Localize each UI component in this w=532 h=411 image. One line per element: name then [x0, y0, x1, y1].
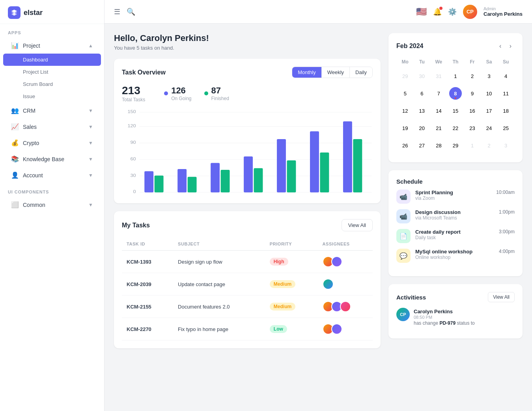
flag-icon[interactable]: 🇺🇸	[416, 7, 427, 17]
calendar-day[interactable]: 20	[414, 120, 430, 136]
calendar-day-number: 3	[483, 70, 495, 82]
calendar-day[interactable]: 15	[448, 102, 464, 119]
table-row[interactable]: KCM-2155Document features 2.0Medium	[122, 296, 373, 318]
logo-area: elstar	[0, 0, 104, 24]
design-discussion-time: 1:00pm	[499, 209, 515, 215]
user-role: Admin	[483, 6, 523, 11]
calendar-day[interactable]: 9	[464, 85, 480, 102]
calendar-day[interactable]: 6	[414, 85, 430, 102]
sidebar-item-knowledge-base[interactable]: 📚 Knowledge Base ▼	[3, 151, 101, 167]
sidebar-sub-item-issue[interactable]: Issue	[3, 90, 101, 102]
finished-dot	[204, 91, 208, 95]
calendar-day[interactable]: 14	[431, 102, 447, 119]
calendar-prev-button[interactable]: ‹	[496, 41, 504, 51]
calendar-day[interactable]: 30	[414, 68, 430, 84]
sidebar-item-crm[interactable]: 👥 CRM ▼	[3, 103, 101, 118]
cal-day-th: Th	[448, 57, 464, 67]
calendar-day-number: 24	[483, 122, 495, 134]
daily-report-icon: 📄	[396, 229, 411, 243]
view-all-tasks-button[interactable]: View All	[342, 219, 373, 231]
calendar-day-number: 17	[483, 104, 495, 117]
calendar-day[interactable]: 8	[448, 85, 464, 102]
calendar-day[interactable]: 10	[481, 85, 497, 102]
project-list-label: Project List	[23, 69, 48, 75]
scrum-board-label: Scrum Board	[23, 81, 53, 87]
calendar-day[interactable]: 27	[414, 137, 430, 154]
calendar-week-row: 26272829123	[397, 137, 514, 154]
calendar-day-number: 14	[432, 104, 445, 117]
calendar-day[interactable]: 19	[397, 120, 413, 136]
calendar-day[interactable]: 12	[397, 102, 413, 119]
sidebar-item-common[interactable]: ⬜ Common ▼	[3, 197, 101, 212]
calendar-day[interactable]: 23	[464, 120, 480, 136]
svg-text:90: 90	[130, 140, 136, 145]
calendar-day-number: 27	[416, 139, 428, 152]
tasks-table-header-row: TASK ID SUBJECT PRIORITY ASSIGNEES	[122, 238, 373, 251]
calendar-day[interactable]: 16	[464, 102, 480, 119]
crypto-chevron-icon: ▼	[88, 140, 93, 146]
calendar-day[interactable]: 24	[481, 120, 497, 136]
calendar-day[interactable]: 28	[431, 137, 447, 154]
sprint-planning-info: Sprint Planning via Zoom	[415, 190, 491, 201]
sidebar-sub-item-scrum-board[interactable]: Scrum Board	[3, 78, 101, 90]
calendar-day[interactable]: 22	[448, 120, 464, 136]
svg-rect-24	[343, 121, 352, 192]
activities-card: Activitiess View All CP Carolyn Perkins …	[388, 284, 523, 338]
table-row[interactable]: KCM-2039Update contact pageMedium	[122, 273, 373, 296]
calendar-day[interactable]: 2	[464, 68, 480, 84]
calendar-day[interactable]: 21	[431, 120, 447, 136]
ongoing-label: On Going	[171, 96, 191, 101]
calendar-day[interactable]: 3	[481, 68, 497, 84]
design-discussion-name: Design discussion	[415, 209, 494, 215]
table-row[interactable]: KCM-1393Design sign up flowHigh	[122, 251, 373, 273]
sidebar-item-crypto[interactable]: 💰 Crypto ▼	[3, 135, 101, 151]
finished-label: Finished	[211, 96, 229, 101]
calendar-day-number: 20	[416, 122, 428, 134]
calendar-body: 2930311234567891011121314151617181920212…	[397, 68, 514, 154]
calendar-day[interactable]: 13	[414, 102, 430, 119]
sidebar-sub-item-dashboard[interactable]: Dashboard	[3, 54, 101, 66]
calendar-day[interactable]: 1	[448, 68, 464, 84]
crm-icon: 👥	[11, 107, 19, 114]
calendar-day-number: 25	[500, 122, 512, 134]
menu-icon[interactable]: ☰	[114, 7, 120, 16]
calendar-day[interactable]: 3	[498, 137, 514, 154]
calendar-day[interactable]: 29	[448, 137, 464, 154]
calendar-day[interactable]: 29	[397, 68, 413, 84]
chart-svg: 0 30 60 90 120 150	[122, 109, 373, 195]
gear-icon[interactable]: ⚙️	[448, 7, 457, 16]
calendar-day[interactable]: 2	[481, 137, 497, 154]
tab-weekly[interactable]: Weekly	[322, 67, 350, 78]
tab-daily[interactable]: Daily	[350, 67, 372, 78]
sidebar: elstar APPS 📊 Project ▲ Dashboard Projec…	[0, 0, 105, 411]
calendar-day[interactable]: 7	[431, 85, 447, 102]
sales-chevron-icon: ▼	[88, 124, 93, 130]
view-all-activities-button[interactable]: View All	[488, 292, 515, 302]
calendar-day-number: 31	[432, 70, 445, 82]
calendar-day-number: 18	[500, 104, 512, 117]
sidebar-item-account[interactable]: 👤 Account ▼	[3, 167, 101, 183]
avatar[interactable]: CP	[463, 5, 477, 19]
apps-section-label: APPS	[0, 24, 104, 37]
sidebar-item-sales[interactable]: 📈 Sales ▼	[3, 119, 101, 134]
calendar-week-row: 19202122232425	[397, 120, 514, 136]
calendar-day[interactable]: 26	[397, 137, 413, 154]
bell-icon[interactable]: 🔔	[433, 7, 442, 16]
calendar-day[interactable]: 5	[397, 85, 413, 102]
calendar-day-number: 2	[466, 70, 479, 82]
calendar-day[interactable]: 18	[498, 102, 514, 119]
crypto-icon: 💰	[11, 139, 19, 147]
my-tasks-title: My Tasks	[122, 222, 150, 229]
calendar-day[interactable]: 11	[498, 85, 514, 102]
calendar-day[interactable]: 4	[498, 68, 514, 84]
table-row[interactable]: KCM-2270Fix typo in home pageLow	[122, 318, 373, 340]
calendar-day[interactable]: 1	[464, 137, 480, 154]
calendar-day[interactable]: 25	[498, 120, 514, 136]
search-icon[interactable]: 🔍	[127, 7, 135, 16]
tab-monthly[interactable]: Monthly	[292, 67, 322, 78]
sidebar-item-project[interactable]: 📊 Project ▲	[3, 38, 101, 53]
calendar-day[interactable]: 31	[431, 68, 447, 84]
sidebar-sub-item-project-list[interactable]: Project List	[3, 66, 101, 78]
calendar-day[interactable]: 17	[481, 102, 497, 119]
calendar-next-button[interactable]: ›	[506, 41, 515, 51]
